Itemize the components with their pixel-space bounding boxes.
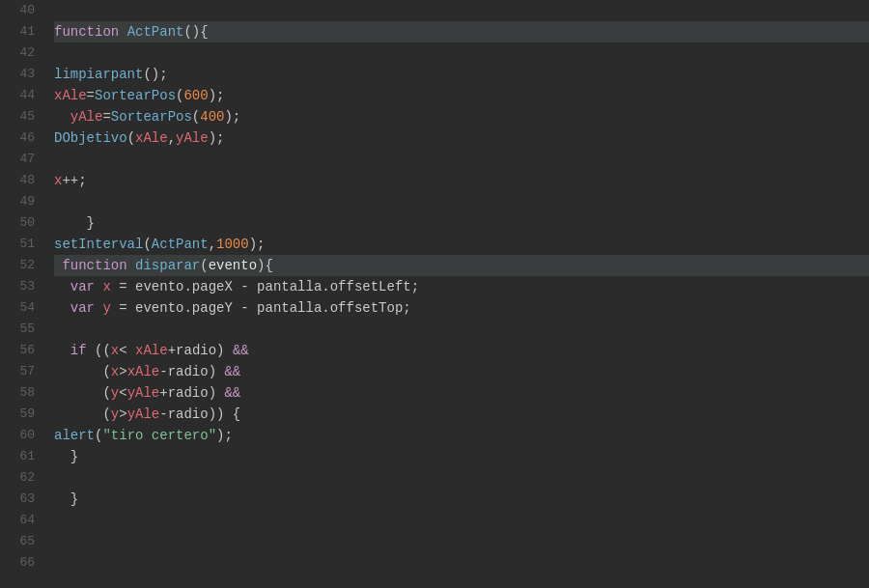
code-line — [54, 191, 869, 212]
line-number: 64 — [0, 510, 35, 531]
code-line: var y = evento.pageY - pantalla.offsetTo… — [54, 297, 869, 319]
code-line: function ActPant(){ — [54, 21, 869, 42]
code-line: x++; — [54, 170, 869, 191]
line-number: 66 — [0, 552, 35, 574]
line-number: 55 — [0, 319, 35, 340]
code-line: DObjetivo(xAle,yAle); — [54, 127, 869, 149]
line-number: 63 — [0, 489, 35, 510]
line-number: 53 — [0, 276, 35, 297]
line-number: 57 — [0, 361, 35, 382]
code-line — [54, 319, 869, 340]
code-line: function disparar(evento){ — [54, 255, 869, 276]
line-number: 47 — [0, 149, 35, 170]
line-number: 41 — [0, 21, 35, 42]
line-number: 49 — [0, 191, 35, 212]
line-number: 42 — [0, 42, 35, 64]
code-line — [54, 552, 869, 574]
code-line — [54, 467, 869, 489]
code-line: limpiarpant(); — [54, 64, 869, 85]
code-line: (y>yAle-radio)) { — [54, 404, 869, 425]
code-line: alert("tiro certero"); — [54, 425, 869, 446]
code-line: xAle=SortearPos(600); — [54, 85, 869, 106]
code-line: } — [54, 446, 869, 467]
line-number: 65 — [0, 531, 35, 552]
code-line — [54, 510, 869, 531]
code-line — [54, 149, 869, 170]
line-number: 58 — [0, 382, 35, 404]
line-number: 59 — [0, 404, 35, 425]
code-line: if ((x< xAle+radio) && — [54, 340, 869, 361]
line-number: 45 — [0, 106, 35, 127]
line-number: 44 — [0, 85, 35, 106]
code-line: yAle=SortearPos(400); — [54, 106, 869, 127]
code-line — [54, 531, 869, 552]
code-content: function ActPant(){ limpiarpant();xAle=S… — [46, 0, 869, 588]
code-line: var x = evento.pageX - pantalla.offsetLe… — [54, 276, 869, 297]
code-line: (y<yAle+radio) && — [54, 382, 869, 404]
line-number: 60 — [0, 425, 35, 446]
code-line: setInterval(ActPant,1000); — [54, 234, 869, 255]
code-line: } — [54, 212, 869, 234]
line-number: 50 — [0, 212, 35, 234]
line-number: 52 — [0, 255, 35, 276]
code-line: } — [54, 489, 869, 510]
code-editor: 4041424344454647484950515253545556575859… — [0, 0, 869, 588]
line-numbers: 4041424344454647484950515253545556575859… — [0, 0, 46, 588]
code-line — [54, 0, 869, 21]
line-number: 56 — [0, 340, 35, 361]
line-number: 51 — [0, 234, 35, 255]
line-number: 54 — [0, 297, 35, 319]
code-line: (x>xAle-radio) && — [54, 361, 869, 382]
line-number: 40 — [0, 0, 35, 21]
line-number: 43 — [0, 64, 35, 85]
code-line — [54, 42, 869, 64]
line-number: 62 — [0, 467, 35, 489]
line-number: 48 — [0, 170, 35, 191]
line-number: 46 — [0, 127, 35, 149]
line-number: 61 — [0, 446, 35, 467]
